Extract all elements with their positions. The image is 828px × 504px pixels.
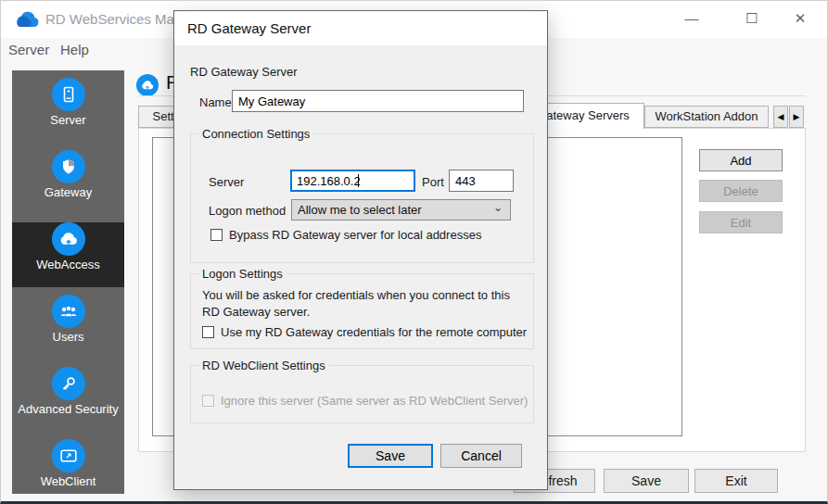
tab-scroll-right-icon[interactable]: ▶ xyxy=(789,106,804,128)
logon-settings-title: Logon Settings xyxy=(198,267,287,281)
logon-info-text: You will be asked for credentials when y… xyxy=(202,287,530,321)
dialog-save-button[interactable]: Save xyxy=(348,444,433,468)
sidebar-item-webclient[interactable]: WebClient xyxy=(12,439,124,504)
sidebar-item-advanced-security[interactable]: Advanced Security xyxy=(12,367,124,432)
tab-workstation-addon[interactable]: WorkStation Addon xyxy=(644,106,769,128)
menu-server[interactable]: Server xyxy=(8,42,49,57)
connection-settings-title: Connection Settings xyxy=(198,127,313,141)
minimize-button[interactable]: — xyxy=(673,5,710,32)
key-icon xyxy=(52,367,85,400)
bypass-gateway-checkbox[interactable]: Bypass RD Gateway server for local addre… xyxy=(210,228,481,242)
tab-scroll-left-icon[interactable]: ◀ xyxy=(773,106,788,128)
sidebar-item-label: Advanced Security xyxy=(12,402,124,416)
port-field[interactable] xyxy=(449,170,514,192)
sidebar-item-server[interactable]: Server xyxy=(12,78,124,143)
server-field[interactable] xyxy=(290,170,415,192)
bypass-gateway-label: Bypass RD Gateway server for local addre… xyxy=(229,228,481,242)
sidebar-item-webaccess[interactable]: WebAccess xyxy=(12,222,124,287)
use-credentials-checkbox[interactable]: Use my RD Gateway credentials for the re… xyxy=(202,325,527,339)
logon-method-label: Logon method xyxy=(209,204,286,218)
webaccess-heading-icon xyxy=(136,74,159,96)
menu-help[interactable]: Help xyxy=(60,42,89,57)
main-save-button[interactable]: Save xyxy=(604,469,689,493)
webclient-settings-group: RD WebClient Settings Ignore this server… xyxy=(190,365,534,423)
close-button[interactable]: ✕ xyxy=(782,5,819,32)
sidebar-item-gateway[interactable]: Gateway xyxy=(12,150,124,215)
add-button[interactable]: Add xyxy=(699,149,783,171)
ignore-server-checkbox: Ignore this server (Same server as RD We… xyxy=(202,394,528,408)
shield-icon xyxy=(52,150,85,183)
app-window: RD WebServices Manager — ☐ ✕ Server Help… xyxy=(0,0,828,504)
ignore-server-label: Ignore this server (Same server as RD We… xyxy=(221,394,528,408)
sidebar-item-label: Server xyxy=(12,113,124,127)
dialog-cancel-button[interactable]: Cancel xyxy=(440,444,522,468)
dialog-header-label: RD Gateway Server xyxy=(190,65,298,79)
sidebar: Server Gateway WebAccess xyxy=(12,70,124,494)
connection-settings-group: Connection Settings Server Port Logon me… xyxy=(190,133,534,263)
delete-button[interactable]: Delete xyxy=(699,180,783,202)
logon-method-value: Allow me to select later xyxy=(298,203,422,217)
server-icon xyxy=(52,78,85,111)
checkbox-box xyxy=(202,395,214,407)
exit-button[interactable]: Exit xyxy=(694,469,778,493)
webclient-settings-title: RD WebClient Settings xyxy=(198,359,329,372)
sidebar-item-users[interactable]: Users xyxy=(12,295,124,359)
text-caret xyxy=(358,174,359,187)
use-credentials-label: Use my RD Gateway credentials for the re… xyxy=(221,325,527,339)
name-label: Name xyxy=(199,95,232,109)
cloud-icon xyxy=(52,222,85,256)
users-icon xyxy=(52,295,85,328)
sidebar-item-label: Gateway xyxy=(12,185,124,199)
monitor-icon xyxy=(52,439,85,472)
chevron-down-icon: ⌄ xyxy=(493,198,503,218)
logon-settings-group: Logon Settings You will be asked for cre… xyxy=(190,273,534,349)
sidebar-item-label: WebClient xyxy=(12,474,124,488)
dialog-titlebar: RD Gateway Server xyxy=(174,11,547,46)
app-cloud-icon xyxy=(16,11,40,28)
logon-method-select[interactable]: Allow me to select later ⌄ xyxy=(291,199,511,220)
checkbox-box[interactable] xyxy=(202,326,214,338)
dialog-title: RD Gateway Server xyxy=(187,20,311,36)
sidebar-item-label: WebAccess xyxy=(12,258,124,271)
server-field-wrap xyxy=(290,170,415,192)
sidebar-item-label: Users xyxy=(12,330,124,344)
rd-gateway-server-dialog: RD Gateway Server RD Gateway Server Name… xyxy=(173,10,548,490)
checkbox-box[interactable] xyxy=(210,229,223,241)
edit-button[interactable]: Edit xyxy=(699,211,783,233)
name-field[interactable] xyxy=(232,90,524,112)
server-label: Server xyxy=(209,175,244,189)
maximize-button[interactable]: ☐ xyxy=(733,5,771,32)
port-label: Port xyxy=(422,175,444,189)
